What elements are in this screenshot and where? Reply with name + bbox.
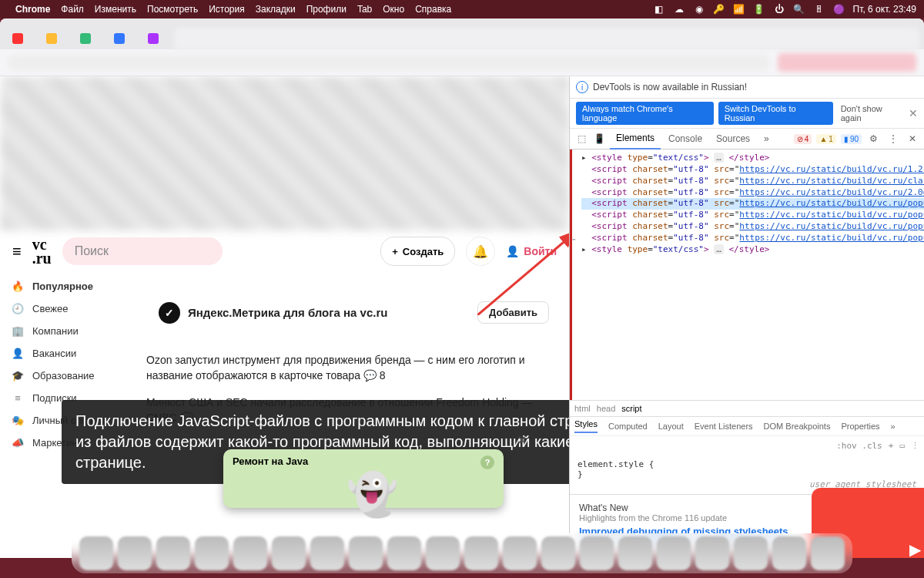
dom-node[interactable]: <script charset="utf-8" src="https://vc.… [581,164,924,176]
create-button[interactable]: +Создать [380,237,455,266]
dom-node[interactable]: <script charset="utf-8" src="https://vc.… [581,210,924,221]
dom-node[interactable]: <script charset="utf-8" src="https://vc.… [581,198,924,210]
menu-edit[interactable]: Изменить [95,4,136,15]
dock-app-icon[interactable] [310,536,344,570]
dock-app-icon[interactable] [618,536,652,570]
menu-help[interactable]: Справка [415,4,451,15]
key-icon[interactable]: 🔑 [713,3,725,15]
tab-sources[interactable]: Sources [710,129,756,149]
toggle-icon[interactable]: ⏻ [773,3,785,15]
browser-tab[interactable] [38,28,69,49]
lang-button-match[interactable]: Always match Chrome's language [576,102,714,125]
warning-counter[interactable]: ▲ 1 [816,134,835,144]
banner-ad[interactable] [0,76,569,230]
tab-breakpoints[interactable]: DOM Breakpoints [764,422,831,431]
menu-history[interactable]: История [209,4,245,15]
close-icon[interactable]: ✕ [517,434,527,446]
tab-elements[interactable]: Elements [610,128,661,150]
search-input[interactable]: Поиск [62,237,223,265]
dock-app-icon[interactable] [156,536,190,570]
dock-app-icon[interactable] [426,536,460,570]
sidebar-item-fresh[interactable]: 🕘Свежее [0,297,139,320]
wifi-icon[interactable]: 📶 [733,3,745,15]
more-actions-icon[interactable]: ⋯ [571,234,576,244]
dock-app-icon[interactable] [657,536,691,570]
info-counter[interactable]: ▮ 90 [841,134,862,144]
dock-app-icon[interactable] [272,536,306,570]
crumb-item[interactable]: script [621,404,641,413]
dom-node[interactable]: <script charset="utf-8" src="https://vc.… [581,176,924,187]
status-icon[interactable]: ◉ [693,3,705,15]
menu-tab[interactable]: Tab [357,4,372,15]
menu-window[interactable]: Окно [383,4,404,15]
overflow-icon[interactable]: ⋮ [911,441,919,451]
help-icon[interactable]: ? [480,455,494,469]
dock-app-icon[interactable] [464,536,498,570]
hamburger-icon[interactable]: ≡ [12,243,22,260]
dom-tree[interactable]: ⋯ ▸ <style type="text/css"> … </style> <… [570,150,924,400]
dock-app-icon[interactable] [233,536,267,570]
dock-app-icon[interactable] [772,536,806,570]
tab-console[interactable]: Console [662,129,708,149]
dock-app-icon[interactable] [118,536,152,570]
browser-tab[interactable] [5,28,35,49]
notifications-button[interactable]: 🔔 [466,237,495,266]
error-counter[interactable]: ⊘ 4 [794,134,812,144]
control-center-icon[interactable]: 🎚 [813,3,825,15]
dom-node[interactable]: <script charset="utf-8" src="https://vc.… [581,187,924,199]
lang-button-switch[interactable]: Switch DevTools to Russian [718,102,833,125]
close-icon[interactable]: ✕ [909,107,918,119]
dock-app-icon[interactable] [79,536,113,570]
site-logo[interactable]: vc .ru [32,237,52,265]
lang-button-dismiss[interactable]: Don't show again [841,104,904,123]
dock-app-icon[interactable] [387,536,421,570]
menu-bookmarks[interactable]: Закладки [256,4,296,15]
crumb-item[interactable]: html [574,404,591,413]
dock-app-icon[interactable] [695,536,729,570]
styles-filter-bar[interactable]: :hov .cls + ▭ ⋮ [570,435,924,455]
tabs-more-icon[interactable]: » [891,422,896,431]
breadcrumb[interactable]: html head script [570,400,924,416]
tab-properties[interactable]: Properties [841,422,879,431]
browser-tab[interactable] [174,28,919,49]
sidebar-item-companies[interactable]: 🏢Компании [0,320,139,342]
dock-app-icon[interactable] [811,536,845,570]
menu-view[interactable]: Посмотреть [147,4,198,15]
tab-styles[interactable]: Styles [574,419,598,433]
close-icon[interactable]: ✕ [906,133,919,144]
tab-computed[interactable]: Computed [608,422,648,431]
menu-file[interactable]: Файл [61,4,84,15]
crumb-item[interactable]: head [597,404,615,413]
tab-layout[interactable]: Layout [658,422,684,431]
menubar-clock[interactable]: Пт, 6 окт. 23:49 [853,4,916,15]
login-button[interactable]: 👤Войти [506,245,557,257]
browser-tab[interactable] [106,28,137,49]
dock-app-icon[interactable] [541,536,575,570]
menu-profiles[interactable]: Профили [306,4,346,15]
browser-tab[interactable] [72,28,103,49]
address-bar[interactable] [8,55,770,70]
battery-icon[interactable]: 🔋 [753,3,765,15]
extension-area[interactable] [778,53,916,72]
device-icon[interactable]: 📱 [591,133,608,144]
inspect-icon[interactable]: ⬚ [574,133,589,144]
add-button[interactable]: Добавить [477,301,549,324]
app-name[interactable]: Chrome [15,4,50,15]
status-icon[interactable]: ☁ [673,3,685,15]
news-item[interactable]: Ozon запустил инструмент для продвижения… [146,347,561,389]
sidebar-item-education[interactable]: 🎓Образование [0,365,139,387]
gear-icon[interactable]: ⚙ [866,133,881,144]
dom-node[interactable]: ▸ <style type="text/css"> … </style> [581,153,924,164]
browser-tab[interactable] [140,28,171,49]
dom-node[interactable]: <script charset="utf-8" src="https://vc.… [581,221,924,233]
search-icon[interactable]: 🔍 [793,3,805,15]
siri-icon[interactable]: 🟣 [833,3,845,15]
sidebar-item-jobs[interactable]: 👤Вакансии [0,342,139,365]
dock-app-icon[interactable] [503,536,537,570]
dock-app-icon[interactable] [734,536,768,570]
dom-node[interactable]: ▸ <style type="text/css"> … </style> [581,244,924,256]
dock-app-icon[interactable] [349,536,383,570]
tab-listeners[interactable]: Event Listeners [695,422,753,431]
dock-app-icon[interactable] [195,536,229,570]
dock-app-icon[interactable] [580,536,614,570]
